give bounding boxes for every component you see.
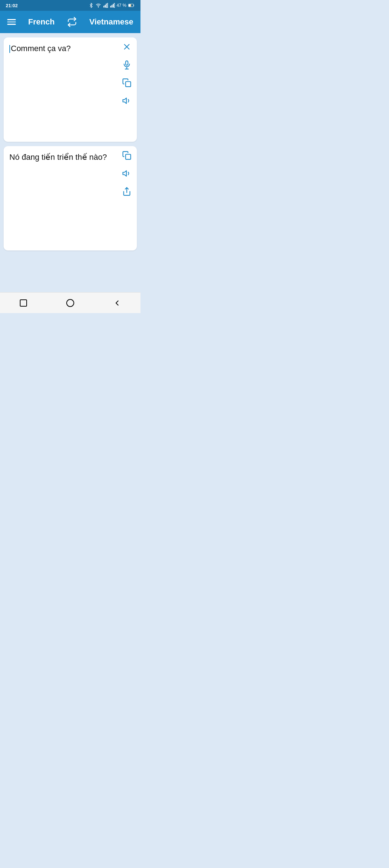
text-cursor xyxy=(9,45,10,53)
share-icon xyxy=(122,187,131,196)
home-button[interactable] xyxy=(62,294,79,312)
battery-icon xyxy=(128,3,135,8)
speaker-icon xyxy=(122,96,131,105)
svg-rect-6 xyxy=(111,5,112,8)
input-actions xyxy=(121,41,133,107)
nav-bar: French Vietnamese xyxy=(0,11,140,33)
speak-input-button[interactable] xyxy=(121,95,133,107)
back-icon xyxy=(113,299,121,307)
battery-percent: 47 % xyxy=(117,3,126,8)
svg-marker-17 xyxy=(123,98,126,103)
clear-icon xyxy=(122,42,131,51)
svg-marker-19 xyxy=(123,171,126,176)
output-text: Nó đang tiến triển thế nào? xyxy=(9,152,113,245)
swap-icon xyxy=(67,17,77,27)
svg-rect-21 xyxy=(20,300,27,306)
svg-rect-13 xyxy=(126,61,128,65)
svg-rect-7 xyxy=(113,4,113,8)
output-card: Nó đang tiến triển thế nào? xyxy=(4,146,137,250)
language-from[interactable]: French xyxy=(28,17,54,27)
back-button[interactable] xyxy=(108,294,126,312)
wifi-icon xyxy=(95,3,101,8)
output-actions xyxy=(121,150,133,197)
svg-rect-8 xyxy=(114,3,115,8)
signal2-icon xyxy=(110,3,115,8)
status-icons: 47 % xyxy=(89,3,135,8)
svg-point-22 xyxy=(67,299,74,307)
share-button[interactable] xyxy=(121,186,133,197)
speaker-output-icon xyxy=(122,169,131,178)
home-icon xyxy=(66,299,75,307)
svg-rect-5 xyxy=(110,6,111,8)
svg-rect-3 xyxy=(106,4,107,8)
svg-rect-18 xyxy=(126,154,131,159)
copy-button[interactable] xyxy=(121,77,133,89)
svg-rect-4 xyxy=(107,3,108,8)
swap-languages-button[interactable] xyxy=(67,17,77,27)
bottom-nav xyxy=(0,292,140,313)
copy-output-icon xyxy=(122,151,131,160)
main-content: Comment ça va? xyxy=(0,33,140,292)
recent-icon xyxy=(19,299,28,307)
mic-icon xyxy=(122,60,131,69)
mic-button[interactable] xyxy=(121,59,133,71)
status-bar: 21:02 47 % xyxy=(0,0,140,11)
menu-button[interactable] xyxy=(7,19,16,25)
language-to[interactable]: Vietnamese xyxy=(89,17,133,27)
signal1-icon xyxy=(103,3,108,8)
speak-output-button[interactable] xyxy=(121,168,133,179)
svg-rect-2 xyxy=(104,5,105,8)
status-time: 21:02 xyxy=(6,3,18,8)
copy-icon xyxy=(122,78,131,87)
recent-apps-button[interactable] xyxy=(15,294,32,312)
input-text[interactable]: Comment ça va? xyxy=(9,43,113,136)
svg-rect-16 xyxy=(126,82,131,87)
copy-output-button[interactable] xyxy=(121,150,133,161)
input-card: Comment ça va? xyxy=(4,37,137,142)
bluetooth-icon xyxy=(89,3,94,8)
svg-point-0 xyxy=(98,7,98,7)
svg-rect-1 xyxy=(103,6,104,8)
clear-button[interactable] xyxy=(121,41,133,53)
